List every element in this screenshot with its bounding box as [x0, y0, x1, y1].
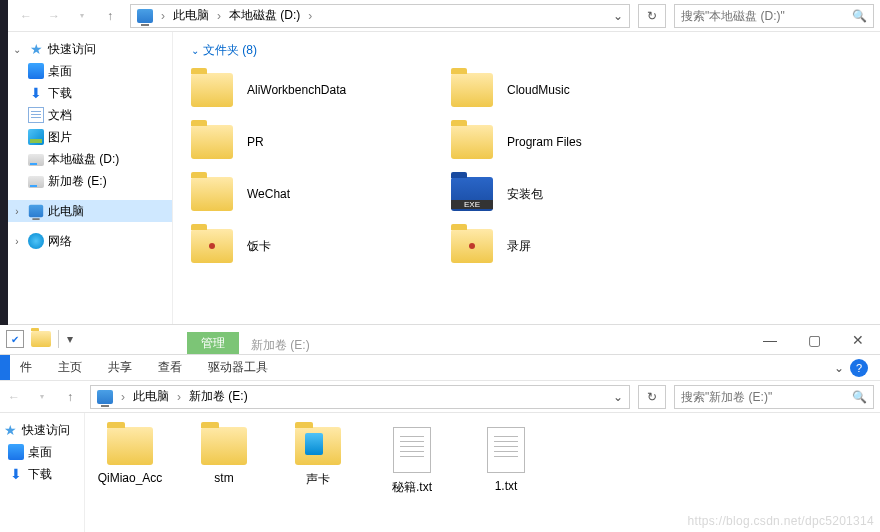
- forward-button[interactable]: →: [42, 4, 66, 28]
- ribbon-expand-icon[interactable]: ⌄: [834, 361, 844, 375]
- tree-label: 下载: [28, 466, 52, 483]
- expand-icon[interactable]: ›: [10, 236, 24, 247]
- breadcrumb-root[interactable]: 此电脑: [173, 7, 209, 24]
- file-item[interactable]: 1.txt: [471, 427, 541, 518]
- folder-icon: [191, 229, 233, 263]
- back-button[interactable]: ←: [14, 4, 38, 28]
- download-icon: ⬇: [28, 85, 44, 101]
- tree-quick-access[interactable]: ⌄ ★ 快速访问: [8, 38, 172, 60]
- recent-dropdown[interactable]: ▾: [30, 385, 54, 409]
- tree-this-pc[interactable]: › 此电脑: [8, 200, 172, 222]
- window-controls: — ▢ ✕: [748, 326, 880, 354]
- watermark: https://blog.csdn.net/dpc5201314: [688, 514, 874, 528]
- breadcrumb-path[interactable]: 本地磁盘 (D:): [229, 7, 300, 24]
- recent-dropdown[interactable]: ▾: [70, 4, 94, 28]
- tree-item-pictures[interactable]: 图片: [26, 126, 172, 148]
- picture-icon: [28, 129, 44, 145]
- up-button[interactable]: ↑: [58, 385, 82, 409]
- tree-label: 本地磁盘 (D:): [48, 151, 119, 168]
- content-pane[interactable]: ⌄ 文件夹 (8) AliWorkbenchData CloudMusic PR…: [173, 32, 880, 324]
- tree-item-documents[interactable]: 文档: [26, 104, 172, 126]
- up-button[interactable]: ↑: [98, 4, 122, 28]
- menu-share[interactable]: 共享: [108, 359, 132, 376]
- folder-item[interactable]: 声卡: [283, 427, 353, 518]
- folder-item[interactable]: stm: [189, 427, 259, 518]
- folder-name: 安装包: [507, 186, 543, 203]
- navigation-pane: ★ 快速访问 桌面 ⬇下载: [0, 413, 85, 532]
- folder-exe-icon: [451, 177, 493, 211]
- file-item[interactable]: 秘籍.txt: [377, 427, 447, 518]
- explorer-window-d-drive: ← → ▾ ↑ › 此电脑 › 本地磁盘 (D:) › ⌄ ↻ 🔍 ⌄ ★ 快速…: [8, 0, 880, 325]
- address-dropdown-icon[interactable]: ⌄: [613, 9, 623, 23]
- star-icon: ★: [2, 422, 18, 438]
- menu-drive-tools[interactable]: 驱动器工具: [208, 359, 268, 376]
- search-box[interactable]: 🔍: [674, 385, 874, 409]
- tree-item-desktop[interactable]: 桌面: [26, 60, 172, 82]
- menu-file[interactable]: 件: [20, 359, 32, 376]
- folder-item[interactable]: WeChat: [191, 177, 451, 211]
- search-icon[interactable]: 🔍: [852, 390, 867, 404]
- title-bar: ✔ ▾ 管理 新加卷 (E:) — ▢ ✕: [0, 325, 880, 355]
- folder-item[interactable]: 安装包: [451, 177, 711, 211]
- item-name: 1.txt: [495, 479, 518, 493]
- ribbon-contextual-tab[interactable]: 管理: [187, 332, 239, 354]
- tree-item-downloads[interactable]: ⬇下载: [6, 463, 84, 485]
- folder-item[interactable]: Program Files: [451, 125, 711, 159]
- search-box[interactable]: 🔍: [674, 4, 874, 28]
- folder-item[interactable]: 饭卡: [191, 229, 451, 263]
- collapse-icon[interactable]: ⌄: [10, 44, 24, 55]
- tree-network[interactable]: › 网络: [8, 230, 172, 252]
- folder-icon: [295, 427, 341, 465]
- folder-name: AliWorkbenchData: [247, 83, 346, 97]
- search-input[interactable]: [681, 9, 852, 23]
- chevron-right-icon: ›: [121, 390, 125, 404]
- item-name: stm: [214, 471, 233, 485]
- breadcrumb-root[interactable]: 此电脑: [133, 388, 169, 405]
- back-button[interactable]: ←: [2, 385, 26, 409]
- address-bar[interactable]: › 此电脑 › 新加卷 (E:) ⌄: [90, 385, 630, 409]
- maximize-button[interactable]: ▢: [792, 326, 836, 354]
- folder-item[interactable]: AliWorkbenchData: [191, 73, 451, 107]
- folder-item[interactable]: CloudMusic: [451, 73, 711, 107]
- tree-label: 此电脑: [48, 203, 84, 220]
- folder-icon: [107, 427, 153, 465]
- folder-icon: [201, 427, 247, 465]
- folder-item[interactable]: PR: [191, 125, 451, 159]
- address-dropdown-icon[interactable]: ⌄: [613, 390, 623, 404]
- expand-icon[interactable]: ›: [10, 206, 24, 217]
- explorer-window-e-drive: ✔ ▾ 管理 新加卷 (E:) — ▢ ✕ 件 主页 共享 查看 驱动器工具 ⌄…: [0, 325, 880, 532]
- search-icon[interactable]: 🔍: [852, 9, 867, 23]
- close-button[interactable]: ✕: [836, 326, 880, 354]
- file-tab-edge[interactable]: [0, 355, 10, 380]
- refresh-button[interactable]: ↻: [638, 4, 666, 28]
- desktop-icon: [8, 444, 24, 460]
- menu-view[interactable]: 查看: [158, 359, 182, 376]
- folder-item[interactable]: QiMiao_Acc: [95, 427, 165, 518]
- group-header-folders[interactable]: ⌄ 文件夹 (8): [191, 42, 862, 59]
- address-bar[interactable]: › 此电脑 › 本地磁盘 (D:) › ⌄: [130, 4, 630, 28]
- tree-item-e-drive[interactable]: 新加卷 (E:): [26, 170, 172, 192]
- tree-item-downloads[interactable]: ⬇下载: [26, 82, 172, 104]
- minimize-button[interactable]: —: [748, 326, 792, 354]
- checkbox-toggle[interactable]: ✔: [6, 330, 24, 348]
- help-button[interactable]: ?: [850, 359, 868, 377]
- refresh-button[interactable]: ↻: [638, 385, 666, 409]
- tree-item-d-drive[interactable]: 本地磁盘 (D:): [26, 148, 172, 170]
- tree-item-desktop[interactable]: 桌面: [6, 441, 84, 463]
- collapse-icon[interactable]: ⌄: [191, 45, 199, 56]
- folder-item[interactable]: 录屏: [451, 229, 711, 263]
- tree-label: 快速访问: [22, 422, 70, 439]
- folder-name: Program Files: [507, 135, 582, 149]
- qat-dropdown[interactable]: ▾: [63, 332, 77, 346]
- tree-label: 桌面: [48, 63, 72, 80]
- tree-quick-access[interactable]: ★ 快速访问: [0, 419, 84, 441]
- chevron-right-icon: ›: [217, 9, 221, 23]
- breadcrumb-path[interactable]: 新加卷 (E:): [189, 388, 248, 405]
- item-name: 声卡: [306, 471, 330, 488]
- tree-label: 文档: [48, 107, 72, 124]
- menu-home[interactable]: 主页: [58, 359, 82, 376]
- chevron-right-icon: ›: [308, 9, 312, 23]
- folder-name: 饭卡: [247, 238, 271, 255]
- search-input[interactable]: [681, 390, 852, 404]
- document-icon: [28, 107, 44, 123]
